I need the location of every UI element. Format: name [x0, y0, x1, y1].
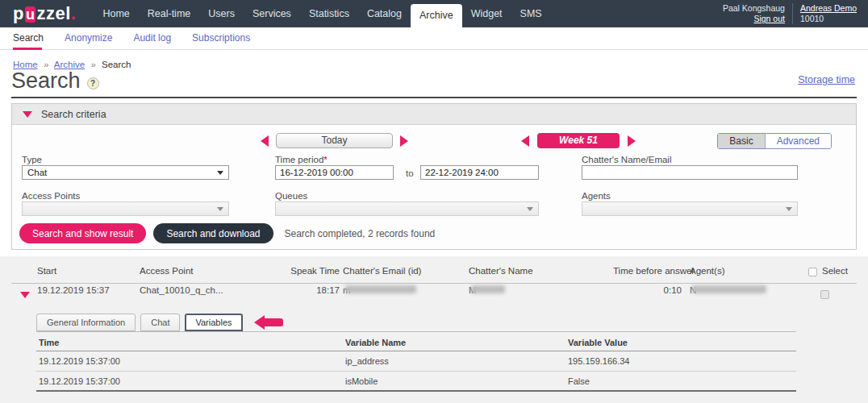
column-select: Select — [822, 266, 848, 276]
annotation-arrow-icon — [254, 315, 283, 330]
previous-week-arrow-icon[interactable] — [521, 135, 529, 147]
variable-row: 19.12.2019 15:37:00 isMobile False — [36, 372, 796, 392]
app-screen: puzzel. Home Real-time Users Services St… — [0, 0, 868, 403]
column-speak-time: Speak Time — [282, 266, 340, 276]
row-select-checkbox[interactable] — [820, 290, 829, 299]
search-criteria-panel: Search criteria Today Week 51 Basic Adva… — [11, 103, 857, 250]
tab-variables[interactable]: Variables — [185, 314, 242, 331]
storage-time-link[interactable]: Storage time — [798, 74, 855, 85]
search-status-text: Search completed, 2 records found — [285, 228, 436, 239]
search-criteria-header[interactable]: Search criteria — [12, 104, 856, 125]
cell-access-point: Chat_10010_q_ch... — [140, 285, 223, 295]
redacted-agent — [692, 285, 766, 293]
row-expander-icon[interactable] — [20, 292, 30, 298]
nav-item-real-time[interactable]: Real-time — [139, 0, 200, 27]
result-row: 19.12.2019 15:37 Chat_10010_q_ch... 18:1… — [0, 285, 868, 306]
user-name: Paal Kongshaug — [723, 3, 785, 14]
time-period-from-input[interactable] — [275, 165, 394, 180]
to-label: to — [406, 168, 414, 178]
tab-chat[interactable]: Chat — [140, 314, 180, 331]
page-title-text: Search — [11, 69, 81, 93]
nav-item-users[interactable]: Users — [199, 0, 244, 27]
results-header-row: Start Access Point Speak Time Chatter's … — [0, 266, 868, 282]
week-button[interactable]: Week 51 — [537, 133, 620, 148]
today-button[interactable]: Today — [276, 133, 393, 148]
main-nav: Home Real-time Users Services Statistics… — [94, 0, 550, 27]
puzzel-logo[interactable]: puzzel. — [13, 3, 76, 24]
chatter-name-email-input[interactable] — [582, 165, 798, 180]
sub-nav: Search Anonymize Audit log Subscriptions — [0, 27, 868, 50]
date-navigation: Today Week 51 — [261, 133, 636, 148]
next-week-arrow-icon[interactable] — [628, 135, 636, 147]
access-points-select[interactable] — [22, 202, 229, 216]
cell-time-before-answer: 0:10 — [645, 285, 682, 295]
next-day-arrow-icon[interactable] — [400, 135, 408, 147]
required-asterisk: * — [323, 155, 327, 164]
nav-item-sms[interactable]: SMS — [511, 0, 551, 27]
column-start: Start — [37, 266, 56, 276]
column-time-before-answer: Time before answer — [613, 266, 695, 276]
sign-out-link[interactable]: Sign out — [723, 14, 785, 24]
time-period-to-input[interactable] — [420, 165, 539, 180]
cell-time: 19.12.2019 15:37:00 — [39, 376, 345, 386]
chevron-down-icon — [217, 207, 223, 211]
tab-general-information[interactable]: General Information — [36, 314, 136, 331]
account-id: 10010 — [800, 14, 857, 24]
basic-toggle-button[interactable]: Basic — [718, 134, 765, 148]
breadcrumb-current: Search — [102, 60, 131, 69]
logo-dot: . — [71, 3, 77, 23]
advanced-toggle-button[interactable]: Advanced — [766, 134, 831, 148]
nav-item-widget[interactable]: Widget — [462, 0, 511, 27]
collapse-triangle-icon — [23, 111, 32, 118]
access-points-label: Access Points — [22, 191, 80, 201]
nav-item-catalog[interactable]: Catalog — [358, 0, 411, 27]
agents-select[interactable] — [582, 202, 798, 216]
redacted-email — [345, 285, 416, 293]
column-variable-value: Variable Value — [568, 338, 796, 347]
search-download-button[interactable]: Search and download — [153, 223, 273, 243]
search-criteria-label: Search criteria — [41, 109, 106, 120]
chevron-down-icon — [786, 207, 792, 211]
cell-start: 19.12.2019 15:37 — [37, 285, 110, 295]
column-chatter-email: Chatter's Email (id) — [343, 266, 421, 276]
logo-text: zzel — [36, 3, 70, 23]
variables-header-row: Time Variable Name Variable Value — [36, 334, 796, 351]
subnav-item-anonymize[interactable]: Anonymize — [65, 27, 112, 50]
cell-speak-time: 18:17 — [282, 285, 340, 295]
agents-label: Agents — [582, 191, 611, 201]
header-divider — [11, 283, 857, 284]
nav-item-statistics[interactable]: Statistics — [300, 0, 358, 27]
select-all-checkbox[interactable] — [808, 268, 817, 276]
cell-variable-value: False — [568, 376, 796, 386]
cell-time: 19.12.2019 15:37:00 — [39, 356, 345, 366]
search-show-result-button[interactable]: Search and show result — [19, 223, 146, 243]
redacted-name — [471, 285, 505, 293]
queues-select[interactable] — [275, 202, 539, 216]
nav-item-services[interactable]: Services — [244, 0, 300, 27]
cell-variable-name: ip_address — [345, 356, 568, 366]
logo-u-icon: u — [25, 6, 36, 23]
account-name-link[interactable]: Andreas Demo — [800, 3, 857, 14]
basic-advanced-toggle: Basic Advanced — [717, 133, 832, 149]
subnav-item-search[interactable]: Search — [13, 27, 44, 50]
queues-label: Queues — [275, 191, 307, 201]
result-detail-panel: General Information Chat Variables Time … — [36, 313, 796, 392]
chatter-name-email-label: Chatter's Name/Email — [582, 155, 671, 164]
page-title: Search ? — [11, 69, 99, 93]
subnav-item-subscriptions[interactable]: Subscriptions — [192, 27, 250, 50]
column-chatter-name: Chatter's Name — [469, 266, 533, 276]
logo-text: p — [13, 3, 24, 23]
subnav-item-audit-log[interactable]: Audit log — [133, 27, 171, 50]
previous-day-arrow-icon[interactable] — [261, 135, 269, 147]
user-block: Paal Kongshaug Sign out Andreas Demo 100… — [723, 3, 857, 24]
column-time: Time — [39, 338, 345, 347]
title-divider — [11, 97, 857, 98]
type-select[interactable]: Chat — [22, 165, 229, 180]
nav-item-home[interactable]: Home — [94, 0, 138, 27]
help-icon[interactable]: ? — [87, 77, 99, 89]
cell-variable-value: 195.159.166.34 — [568, 356, 796, 366]
type-select-value: Chat — [27, 168, 47, 177]
nav-item-archive[interactable]: Archive — [411, 4, 462, 27]
type-label: Type — [22, 155, 42, 164]
chevron-down-icon — [217, 171, 223, 175]
